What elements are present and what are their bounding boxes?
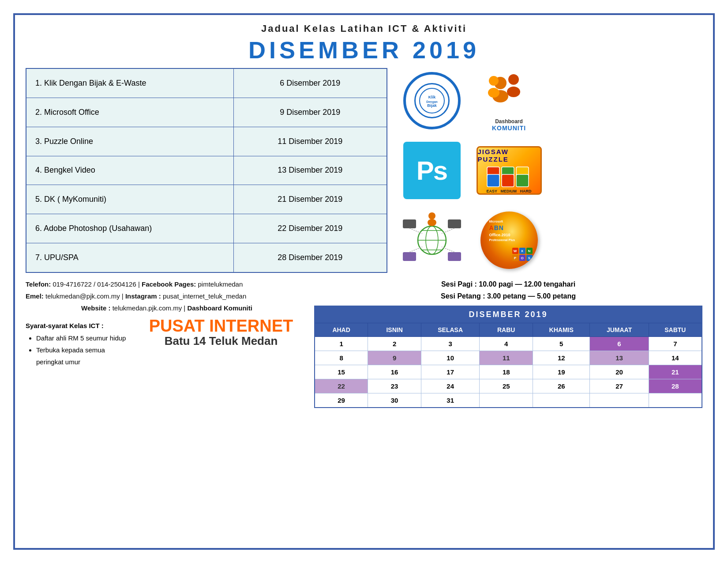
header-subtitle: Jadual Kelas Latihan ICT & Aktiviti (26, 23, 702, 34)
svg-rect-16 (516, 174, 529, 187)
bottom-left: Telefon: 019-4716722 / 014-2504126 | Fac… (26, 278, 308, 408)
svg-rect-15 (502, 174, 514, 187)
office-2010-icon: Microsoft A B N Office.2010 Professional… (477, 208, 542, 273)
schedule-row: 7. UPU/SPA28 Disember 2019 (26, 243, 387, 272)
session-info: Sesi Pagi : 10.00 pagi — 12.00 tengahari… (314, 278, 702, 302)
svg-rect-25 (448, 252, 461, 261)
svg-rect-23 (448, 219, 461, 228)
svg-point-26 (428, 212, 435, 219)
bottom-right: Sesi Pagi : 10.00 pagi — 12.00 tengahari… (314, 278, 702, 408)
calendar-table: DISEMBER 2019 AHADISNINSELASARABUKHAMISJ… (314, 306, 702, 408)
pusat-internet-box: PUSAT INTERNET Batu 14 Teluk Medan (134, 317, 308, 348)
svg-line-29 (442, 228, 454, 234)
main-container: Jadual Kelas Latihan ICT & Aktiviti DISE… (13, 13, 715, 550)
dashboard-komuniti-icon: Dashboard KOMUNITI (477, 68, 542, 133)
contact-info: Telefon: 019-4716722 / 014-2504126 | Fac… (26, 278, 308, 314)
schedule-row: 5. DK ( MyKomuniti)21 Disember 2019 (26, 185, 387, 214)
svg-rect-14 (487, 174, 499, 187)
svg-point-8 (489, 76, 499, 86)
network-icon (399, 208, 465, 273)
jigsaw-puzzle-icon: JIGSAW PUZZLE EASY MEDIUM HARD (477, 138, 542, 203)
svg-line-30 (409, 247, 422, 252)
calendar-week-row: 891011121314 (315, 351, 702, 365)
svg-line-31 (442, 247, 454, 252)
schedule-row: 4. Bengkel Video13 Disember 2019 (26, 156, 387, 185)
syarat-section: Syarat-syarat Kelas ICT : Daftar ahli RM… (26, 322, 127, 368)
svg-point-27 (428, 219, 436, 226)
header-section: Jadual Kelas Latihan ICT & Aktiviti DISE… (26, 23, 702, 64)
icons-panel: Klik Dengan Bijak (395, 68, 545, 273)
svg-point-6 (508, 74, 519, 85)
svg-rect-24 (403, 252, 416, 261)
svg-text:Klik: Klik (428, 95, 436, 99)
schedule-row: 6. Adobe Photoshop (Usahawan)22 Disember… (26, 214, 387, 243)
svg-point-7 (507, 87, 520, 97)
svg-rect-22 (403, 219, 416, 228)
calendar-week-row: 15161718192021 (315, 365, 702, 379)
schedule-table: 1. Klik Dengan Bijak & E-Waste6 Disember… (26, 68, 387, 273)
calendar-week-row: 293031 (315, 393, 702, 408)
svg-point-9 (488, 88, 499, 98)
schedule-row: 3. Puzzle Online11 Disember 2019 (26, 127, 387, 156)
svg-text:Bijak: Bijak (427, 103, 437, 108)
calendar-week-row: 1234567 (315, 337, 702, 351)
svg-line-28 (409, 228, 422, 234)
calendar-week-row: 22232425262728 (315, 379, 702, 393)
bottom-section: Telefon: 019-4716722 / 014-2504126 | Fac… (26, 278, 702, 408)
klik-bijak-icon: Klik Dengan Bijak (399, 68, 465, 133)
photoshop-icon: Ps (399, 138, 465, 203)
schedule-row: 2. Microsoft Office9 Disember 2019 (26, 98, 387, 127)
schedule-row: 1. Klik Dengan Bijak & E-Waste6 Disember… (26, 68, 387, 98)
main-content: 1. Klik Dengan Bijak & E-Waste6 Disember… (26, 68, 702, 273)
header-title: DISEMBER 2019 (26, 36, 702, 64)
